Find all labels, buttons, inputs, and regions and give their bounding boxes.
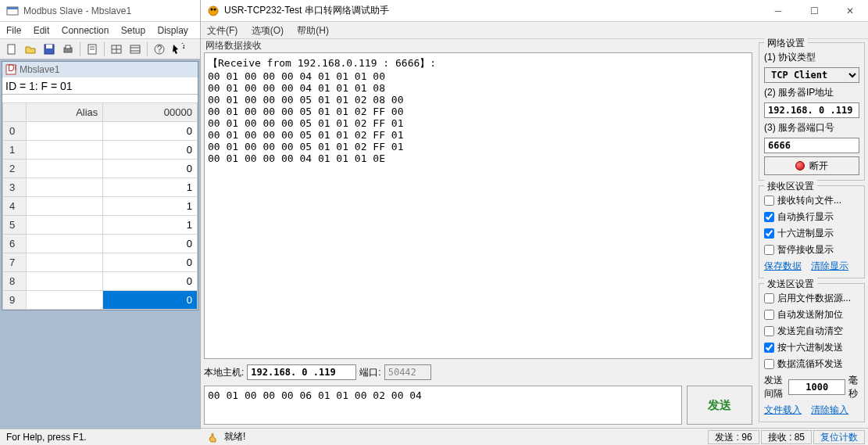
col-header-alias[interactable]: Alias: [27, 103, 103, 122]
clear-input-link[interactable]: 清除输入: [811, 404, 848, 417]
grid2-icon[interactable]: [127, 41, 144, 58]
print-icon[interactable]: [59, 41, 77, 58]
cell-value[interactable]: 0: [103, 235, 198, 253]
cell-alias[interactable]: [27, 122, 103, 141]
cell-alias[interactable]: [27, 235, 103, 253]
reset-counter-button[interactable]: 复位计数: [813, 430, 865, 444]
cell-value[interactable]: 1: [103, 216, 198, 235]
table-row[interactable]: 80: [3, 272, 198, 291]
table-row[interactable]: 60: [3, 235, 198, 253]
cell-value[interactable]: 1: [103, 197, 198, 216]
context-help-icon[interactable]: ?: [170, 41, 187, 58]
minimize-icon[interactable]: ─: [760, 0, 796, 22]
cell-alias[interactable]: [27, 253, 103, 272]
row-index[interactable]: 8: [3, 272, 27, 291]
svg-point-23: [214, 8, 216, 10]
load-file-link[interactable]: 文件载入: [764, 404, 802, 417]
row-index[interactable]: 1: [3, 141, 27, 160]
svg-rect-1: [7, 7, 18, 9]
menu-file[interactable]: File: [6, 25, 21, 36]
cell-value[interactable]: 0: [103, 122, 198, 141]
col-header-value[interactable]: 00000: [103, 103, 198, 122]
cell-alias[interactable]: [27, 291, 103, 310]
row-index[interactable]: 0: [3, 122, 27, 141]
cell-alias[interactable]: [27, 216, 103, 235]
svg-point-21: [209, 6, 218, 16]
row-index[interactable]: 9: [3, 291, 27, 310]
send-textarea[interactable]: 00 01 00 00 00 06 01 01 00 02 00 04: [204, 386, 682, 425]
cell-value[interactable]: 0: [103, 141, 198, 160]
local-port-input[interactable]: [384, 364, 431, 380]
loop-send-checkbox[interactable]: 数据流循环发送: [764, 357, 859, 371]
table-row[interactable]: 51: [3, 216, 198, 235]
auto-append-checkbox[interactable]: 自动发送附加位: [764, 308, 859, 321]
modbus-slave-window: Modbus Slave - Mbslave1 File Edit Connec…: [0, 0, 201, 429]
auto-wrap-checkbox[interactable]: 自动换行显示: [764, 210, 859, 224]
menu-options[interactable]: 选项(O): [252, 25, 284, 36]
new-icon[interactable]: [3, 41, 20, 58]
server-port-input[interactable]: [764, 138, 859, 153]
row-index[interactable]: 2: [3, 160, 27, 178]
interval-label: 发送间隔: [764, 374, 785, 400]
menu-connection[interactable]: Connection: [62, 25, 109, 36]
send-button[interactable]: 发送: [687, 386, 752, 425]
hex-display-checkbox[interactable]: 十六进制显示: [764, 227, 859, 240]
table-row[interactable]: 31: [3, 178, 198, 197]
menu-display[interactable]: Display: [157, 25, 188, 36]
cell-alias[interactable]: [27, 141, 103, 160]
close-icon[interactable]: ✕: [832, 0, 868, 22]
maximize-icon[interactable]: ☐: [796, 0, 832, 22]
auto-clear-checkbox[interactable]: 发送完自动清空: [764, 325, 859, 338]
status-bar: 就绪! 发送 : 96 接收 : 85 复位计数: [201, 428, 868, 445]
row-index[interactable]: 5: [3, 216, 27, 235]
save-icon[interactable]: [41, 41, 58, 58]
open-icon[interactable]: [22, 41, 39, 58]
table-row[interactable]: 70: [3, 253, 198, 272]
doc-icon[interactable]: [84, 41, 101, 58]
port-label: (3) 服务器端口号: [764, 121, 859, 135]
table-row[interactable]: 10: [3, 141, 198, 160]
hex-send-checkbox[interactable]: 按十六进制发送: [764, 341, 859, 354]
table-row[interactable]: 90: [3, 291, 198, 310]
cell-value[interactable]: 0: [103, 291, 198, 310]
clear-display-link[interactable]: 清除显示: [811, 260, 848, 273]
server-ip-input[interactable]: [764, 102, 859, 118]
row-index[interactable]: 7: [3, 253, 27, 272]
help-icon[interactable]: ?: [151, 41, 168, 58]
protocol-select[interactable]: TCP Client: [764, 67, 859, 83]
cell-alias[interactable]: [27, 160, 103, 178]
table-row[interactable]: 20: [3, 160, 198, 178]
file-source-checkbox[interactable]: 启用文件数据源...: [764, 292, 859, 305]
grid1-icon[interactable]: [108, 41, 125, 58]
cell-value[interactable]: 0: [103, 272, 198, 291]
register-table[interactable]: Alias 00000 00102031415160708090: [2, 102, 198, 310]
status-text: 就绪!: [224, 430, 245, 443]
table-row[interactable]: 00: [3, 122, 198, 141]
app-icon: [207, 5, 220, 17]
menu-bar: File Edit Connection Setup Display: [0, 22, 200, 39]
save-data-link[interactable]: 保存数据: [764, 260, 802, 273]
ip-label: (2) 服务器IP地址: [764, 86, 859, 99]
row-index[interactable]: 4: [3, 197, 27, 216]
pause-recv-checkbox[interactable]: 暂停接收显示: [764, 243, 859, 257]
menu-setup[interactable]: Setup: [121, 25, 145, 36]
row-index[interactable]: 6: [3, 235, 27, 253]
row-index[interactable]: 3: [3, 178, 27, 197]
cell-alias[interactable]: [27, 197, 103, 216]
disconnect-button[interactable]: 断开: [764, 156, 859, 175]
panel-title: 发送区设置: [764, 278, 817, 291]
menu-file[interactable]: 文件(F): [207, 25, 238, 36]
cell-value[interactable]: 0: [103, 253, 198, 272]
cell-alias[interactable]: [27, 178, 103, 197]
cell-value[interactable]: 0: [103, 160, 198, 178]
table-row[interactable]: 41: [3, 197, 198, 216]
menu-help[interactable]: 帮助(H): [297, 25, 329, 36]
recv-to-file-checkbox[interactable]: 接收转向文件...: [764, 194, 859, 207]
menu-edit[interactable]: Edit: [34, 25, 50, 36]
local-host-input[interactable]: [247, 364, 356, 380]
cell-value[interactable]: 1: [103, 178, 198, 197]
interval-input[interactable]: [788, 379, 845, 395]
svg-text:?: ?: [181, 43, 184, 51]
cell-alias[interactable]: [27, 272, 103, 291]
receive-textarea[interactable]: 【Receive from 192.168.0.119 : 6666】: 00 …: [204, 52, 752, 359]
